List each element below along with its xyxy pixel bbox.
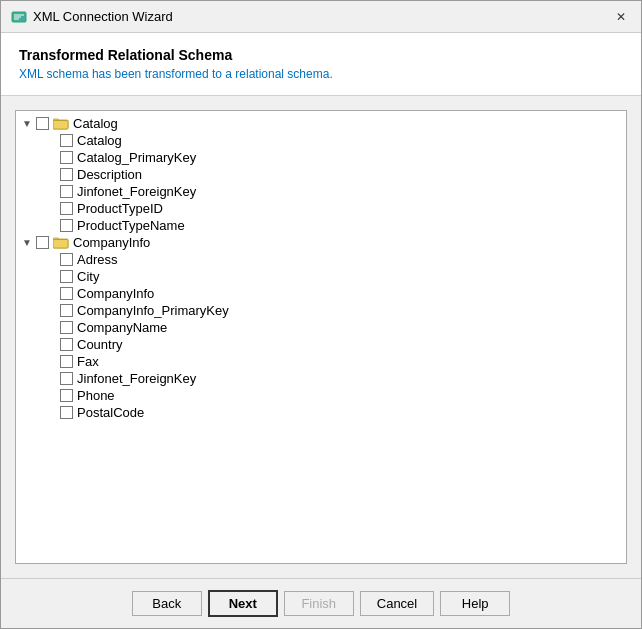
- item-label: Phone: [77, 388, 115, 403]
- tree-group-companyinfo[interactable]: ▼ CompanyInfo: [16, 234, 626, 251]
- leaf-spacer: [44, 321, 58, 335]
- leaf-spacer: [44, 151, 58, 165]
- item-label: Catalog_PrimaryKey: [77, 150, 196, 165]
- help-button[interactable]: Help: [440, 591, 510, 616]
- tree-item[interactable]: ProductTypeName: [16, 217, 626, 234]
- header-subtitle: XML schema has been transformed to a rel…: [19, 67, 623, 81]
- next-button[interactable]: Next: [208, 590, 278, 617]
- tree-item[interactable]: ProductTypeID: [16, 200, 626, 217]
- tree-item[interactable]: Description: [16, 166, 626, 183]
- wizard-icon: [11, 9, 27, 25]
- tree-group-catalog[interactable]: ▼ Catalog: [16, 115, 626, 132]
- leaf-spacer: [44, 304, 58, 318]
- svg-rect-5: [53, 121, 68, 130]
- svg-rect-7: [53, 240, 68, 249]
- checkbox[interactable]: [60, 253, 73, 266]
- leaf-spacer: [44, 355, 58, 369]
- leaf-spacer: [44, 372, 58, 386]
- checkbox[interactable]: [60, 168, 73, 181]
- checkbox[interactable]: [36, 117, 49, 130]
- expand-icon[interactable]: ▼: [20, 117, 34, 131]
- checkbox[interactable]: [60, 338, 73, 351]
- checkbox[interactable]: [60, 270, 73, 283]
- title-bar: XML Connection Wizard ✕: [1, 1, 641, 33]
- checkbox[interactable]: [36, 236, 49, 249]
- tree-item[interactable]: Jinfonet_ForeignKey: [16, 183, 626, 200]
- item-label: ProductTypeName: [77, 218, 185, 233]
- tree-item[interactable]: Phone: [16, 387, 626, 404]
- dialog-title: XML Connection Wizard: [33, 9, 173, 24]
- leaf-spacer: [44, 338, 58, 352]
- tree-item[interactable]: Catalog_PrimaryKey: [16, 149, 626, 166]
- item-label: Jinfonet_ForeignKey: [77, 371, 196, 386]
- leaf-spacer: [44, 185, 58, 199]
- tree-item[interactable]: Country: [16, 336, 626, 353]
- checkbox[interactable]: [60, 321, 73, 334]
- group-label: CompanyInfo: [73, 235, 150, 250]
- checkbox[interactable]: [60, 185, 73, 198]
- group-label: Catalog: [73, 116, 118, 131]
- item-label: CompanyName: [77, 320, 167, 335]
- checkbox[interactable]: [60, 372, 73, 385]
- checkbox[interactable]: [60, 406, 73, 419]
- leaf-spacer: [44, 253, 58, 267]
- item-label: PostalCode: [77, 405, 144, 420]
- header-section: Transformed Relational Schema XML schema…: [1, 33, 641, 96]
- title-bar-left: XML Connection Wizard: [11, 9, 173, 25]
- tree-item[interactable]: CompanyInfo: [16, 285, 626, 302]
- tree-item[interactable]: PostalCode: [16, 404, 626, 421]
- leaf-spacer: [44, 406, 58, 420]
- checkbox[interactable]: [60, 219, 73, 232]
- tree-item[interactable]: CompanyInfo_PrimaryKey: [16, 302, 626, 319]
- checkbox[interactable]: [60, 304, 73, 317]
- dialog: XML Connection Wizard ✕ Transformed Rela…: [0, 0, 642, 629]
- folder-icon: [53, 117, 69, 131]
- leaf-spacer: [44, 219, 58, 233]
- checkbox[interactable]: [60, 389, 73, 402]
- folder-icon: [53, 236, 69, 250]
- item-label: CompanyInfo_PrimaryKey: [77, 303, 229, 318]
- tree-item[interactable]: City: [16, 268, 626, 285]
- checkbox[interactable]: [60, 134, 73, 147]
- checkbox[interactable]: [60, 355, 73, 368]
- back-button[interactable]: Back: [132, 591, 202, 616]
- item-label: Fax: [77, 354, 99, 369]
- footer: Back Next Finish Cancel Help: [1, 578, 641, 628]
- close-button[interactable]: ✕: [611, 7, 631, 27]
- tree-item[interactable]: Adress: [16, 251, 626, 268]
- item-label: Adress: [77, 252, 117, 267]
- item-label: Catalog: [77, 133, 122, 148]
- checkbox[interactable]: [60, 202, 73, 215]
- leaf-spacer: [44, 287, 58, 301]
- tree-item[interactable]: Fax: [16, 353, 626, 370]
- tree-container[interactable]: ▼ CatalogCatalogCatalog_PrimaryKeyDescri…: [15, 110, 627, 564]
- checkbox[interactable]: [60, 151, 73, 164]
- leaf-spacer: [44, 168, 58, 182]
- item-label: City: [77, 269, 99, 284]
- cancel-button[interactable]: Cancel: [360, 591, 434, 616]
- tree-item[interactable]: Catalog: [16, 132, 626, 149]
- tree-item[interactable]: CompanyName: [16, 319, 626, 336]
- item-label: ProductTypeID: [77, 201, 163, 216]
- header-title: Transformed Relational Schema: [19, 47, 623, 63]
- tree-item[interactable]: Jinfonet_ForeignKey: [16, 370, 626, 387]
- leaf-spacer: [44, 134, 58, 148]
- checkbox[interactable]: [60, 287, 73, 300]
- item-label: Description: [77, 167, 142, 182]
- leaf-spacer: [44, 202, 58, 216]
- finish-button: Finish: [284, 591, 354, 616]
- item-label: Jinfonet_ForeignKey: [77, 184, 196, 199]
- item-label: CompanyInfo: [77, 286, 154, 301]
- expand-icon[interactable]: ▼: [20, 236, 34, 250]
- item-label: Country: [77, 337, 123, 352]
- leaf-spacer: [44, 389, 58, 403]
- content-area: ▼ CatalogCatalogCatalog_PrimaryKeyDescri…: [1, 96, 641, 578]
- leaf-spacer: [44, 270, 58, 284]
